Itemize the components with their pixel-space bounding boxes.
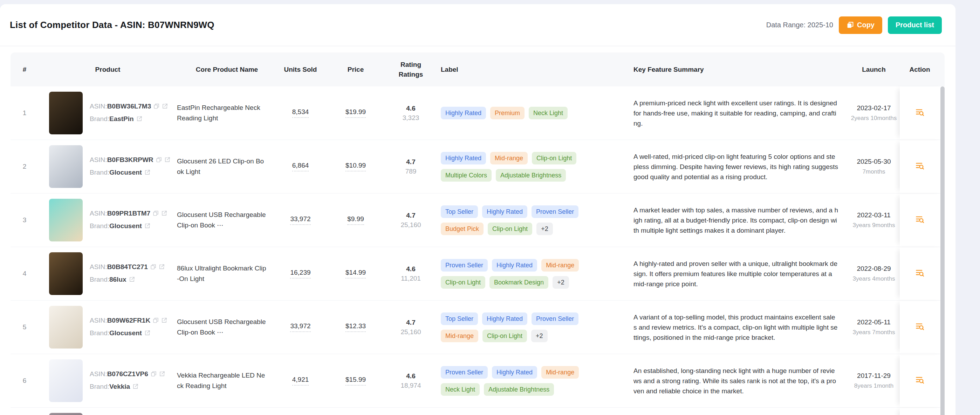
product-list-button[interactable]: Product list: [888, 16, 942, 34]
view-detail-button[interactable]: [915, 322, 924, 333]
asin-prefix: ASIN:: [90, 103, 107, 110]
col-launch: Launch: [848, 65, 900, 74]
col-core-name: Core Product Name: [177, 65, 277, 74]
search-list-icon: [915, 327, 924, 333]
copy-icon: [846, 21, 854, 29]
brand-line: Brand:EastPin: [90, 113, 168, 126]
asin-value: B076CZ1VP6: [107, 370, 148, 377]
copy-asin-icon[interactable]: [153, 103, 159, 111]
ratings-count: 11,201: [387, 275, 434, 282]
col-rating: Rating Ratings: [387, 60, 434, 79]
price-value[interactable]: $19.99: [345, 108, 366, 118]
open-asin-link-icon[interactable]: [161, 317, 167, 325]
units-sold-value[interactable]: 4,921: [292, 376, 309, 386]
price-cell: $10.99: [324, 162, 387, 171]
launch-age: 3years 4months: [848, 276, 900, 282]
rating-cell: 4.6 18,974: [387, 372, 434, 390]
open-brand-link-icon[interactable]: [144, 223, 150, 230]
label-badge: Highly Rated: [441, 107, 486, 119]
view-detail-button[interactable]: [915, 108, 924, 118]
product-image[interactable]: [49, 306, 83, 348]
units-sold-value[interactable]: 33,972: [290, 215, 310, 225]
launch-cell: 2022-08-29 3years 4months: [848, 265, 900, 282]
copy-asin-icon[interactable]: [150, 264, 156, 271]
label-list: Proven SellerHighly RatedMid-rangeNeck L…: [434, 366, 624, 396]
units-sold-value[interactable]: 8,534: [292, 108, 309, 118]
copy-button-label: Copy: [857, 21, 875, 29]
row-index: 5: [11, 323, 38, 331]
label-badge: Neck Light: [529, 107, 568, 119]
product-image[interactable]: [49, 360, 83, 402]
table-row: 6 ASIN:B076CZ1VP6 Brand:Vekkia Vekkia Re…: [11, 354, 945, 408]
price-value[interactable]: $12.33: [345, 322, 366, 332]
launch-age: 3years 7months: [848, 329, 900, 336]
product-cell: ASIN: Brand:: [38, 413, 177, 415]
launch-date: 2017-11-29: [848, 372, 900, 380]
launch-cell: 2023-02-17 2years 10months: [848, 104, 900, 122]
units-sold-value[interactable]: 33,972: [290, 322, 310, 332]
price-value[interactable]: $9.99: [347, 215, 364, 225]
core-product-name: Vekkia Rechargeable LED Neck Reading Lig…: [177, 370, 277, 391]
product-image[interactable]: [49, 92, 83, 135]
brand-value: 86lux: [109, 276, 126, 283]
units-sold-value[interactable]: 16,239: [290, 269, 310, 279]
search-list-icon: [915, 220, 924, 225]
brand-prefix: Brand:: [90, 115, 109, 122]
label-list: Highly RatedPremiumNeck Light: [434, 107, 624, 119]
open-brand-link-icon[interactable]: [129, 276, 135, 284]
label-badge: Clip-on Light: [441, 276, 485, 289]
open-asin-link-icon[interactable]: [159, 264, 165, 271]
label-badge: Multiple Colors: [441, 169, 492, 182]
page-title: List of Competitor Data - ASIN: B07WNRN9…: [10, 20, 215, 30]
vertical-scrollbar-thumb[interactable]: [940, 86, 945, 415]
core-product-name: Glocusent 26 LED Clip-on Book Light: [177, 156, 277, 177]
product-cell: ASIN:B0BW36L7M3 Brand:EastPin: [38, 92, 177, 135]
col-product: Product: [38, 65, 177, 74]
open-brand-link-icon[interactable]: [136, 116, 142, 123]
product-ids: ASIN:B0B84TC271 Brand:86lux: [90, 261, 165, 286]
asin-line: ASIN:B076CZ1VP6: [90, 368, 165, 381]
price-value[interactable]: $10.99: [345, 162, 366, 171]
units-sold-value[interactable]: 6,864: [292, 162, 309, 171]
copy-asin-icon[interactable]: [153, 317, 159, 325]
copy-asin-icon[interactable]: [153, 210, 159, 218]
open-brand-link-icon[interactable]: [144, 330, 150, 337]
brand-value: EastPin: [109, 115, 134, 122]
page-header: List of Competitor Data - ASIN: B07WNRN9…: [0, 4, 956, 46]
open-brand-link-icon[interactable]: [132, 383, 138, 391]
brand-prefix: Brand:: [90, 222, 109, 230]
table-header-row: # Product Core Product Name Units Sold P…: [11, 52, 945, 86]
product-image[interactable]: [49, 199, 83, 241]
brand-line: Brand:Vekkia: [90, 381, 165, 393]
key-feature-summary: An established, long-standing neck light…: [624, 366, 848, 396]
open-asin-link-icon[interactable]: [164, 157, 170, 164]
product-image[interactable]: [49, 145, 83, 188]
open-brand-link-icon[interactable]: [144, 169, 150, 177]
open-asin-link-icon[interactable]: [161, 210, 167, 218]
asin-value: B09PR1BTM7: [107, 210, 151, 217]
launch-age: 8years 1month: [848, 382, 900, 390]
action-cell: [900, 354, 945, 407]
asin-line: ASIN:B0FB3KRPWR: [90, 154, 170, 166]
view-detail-button[interactable]: [915, 268, 924, 279]
price-value[interactable]: $15.99: [345, 376, 366, 386]
action-cell: [900, 301, 945, 354]
view-detail-button[interactable]: [915, 375, 924, 386]
product-ids: ASIN:B0BW36L7M3 Brand:EastPin: [90, 100, 168, 126]
view-detail-button[interactable]: [915, 215, 924, 225]
asin-line: ASIN:B09W62FR1K: [90, 315, 167, 327]
open-asin-link-icon[interactable]: [162, 103, 168, 111]
product-image[interactable]: [49, 413, 83, 415]
rating-cell: 4.6 11,201: [387, 265, 434, 282]
price-value[interactable]: $14.99: [345, 269, 366, 279]
view-detail-button[interactable]: [915, 161, 924, 172]
copy-asin-icon[interactable]: [156, 157, 162, 164]
copy-button[interactable]: Copy: [839, 16, 882, 34]
copy-asin-icon[interactable]: [151, 371, 157, 378]
asin-prefix: ASIN:: [90, 210, 107, 217]
label-badge: +2: [531, 329, 548, 342]
open-asin-link-icon[interactable]: [159, 371, 165, 378]
product-ids: ASIN:B076CZ1VP6 Brand:Vekkia: [90, 368, 165, 393]
row-index: 1: [11, 109, 38, 117]
product-image[interactable]: [49, 252, 83, 295]
